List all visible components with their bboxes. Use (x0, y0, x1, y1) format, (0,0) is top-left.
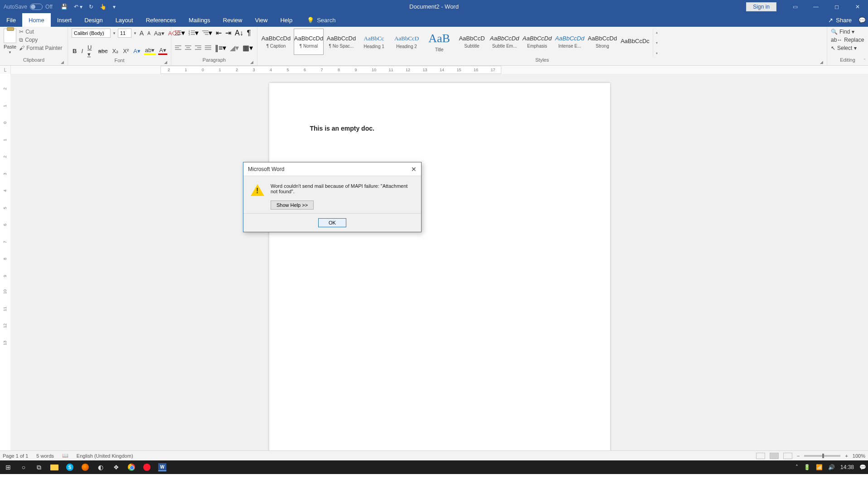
close-icon[interactable]: ✕ (847, 0, 868, 13)
autosave-toggle[interactable]: AutoSave Off (4, 4, 53, 10)
dialog-launcher-icon[interactable]: ◢ (250, 60, 253, 64)
italic-button[interactable]: I (80, 48, 84, 54)
ok-button[interactable]: OK (318, 218, 346, 227)
text-effects-icon[interactable]: A▾ (132, 48, 141, 54)
style-tile[interactable]: AaBbCcDdStrong (587, 29, 617, 55)
superscript-button[interactable]: X² (122, 48, 130, 54)
word-count[interactable]: 5 words (36, 453, 54, 459)
borders-icon[interactable]: ▦▾ (242, 44, 253, 52)
find-button[interactable]: 🔍Find ▾ (831, 29, 854, 35)
show-help-button[interactable]: Show Help >> (271, 200, 314, 210)
minimize-icon[interactable]: — (805, 0, 826, 13)
ribbon-display-icon[interactable]: ▭ (785, 0, 805, 13)
chrome-icon[interactable] (125, 460, 138, 474)
sort-icon[interactable]: A↓ (235, 29, 243, 37)
maximize-icon[interactable]: ◻ (826, 0, 847, 13)
tab-references[interactable]: References (140, 13, 182, 27)
sign-in-button[interactable]: Sign in (746, 2, 776, 11)
multilevel-list-icon[interactable]: ▾ (202, 29, 212, 37)
tab-layout[interactable]: Layout (109, 13, 140, 27)
undo-icon[interactable]: ↶ ▾ (74, 4, 82, 10)
tab-file[interactable]: File (0, 13, 22, 27)
copy-button[interactable]: ⧉Copy (19, 37, 62, 43)
search-input[interactable] (317, 17, 371, 24)
strikethrough-button[interactable]: abc (97, 48, 109, 54)
share-button[interactable]: ↗ Share (828, 13, 852, 27)
battery-icon[interactable]: 🔋 (804, 464, 810, 470)
page[interactable]: This is an empty doc. (269, 83, 610, 450)
font-size-combo[interactable]: 11 (118, 29, 131, 38)
word-taskbar-icon[interactable]: W (156, 460, 169, 474)
style-tile[interactable]: AaBbCcDd¶ Caption (261, 29, 291, 55)
subscript-button[interactable]: X₂ (112, 48, 120, 54)
task-view-icon[interactable]: ⧉ (33, 460, 45, 474)
show-marks-icon[interactable]: ¶ (247, 29, 251, 37)
shrink-font-icon[interactable]: A (146, 31, 151, 36)
style-tile[interactable]: AaBbCcDSubtitle (457, 29, 487, 55)
start-icon[interactable]: ⊞ (2, 460, 15, 474)
justify-icon[interactable] (205, 44, 211, 52)
cut-button[interactable]: ✂Cut (19, 29, 62, 35)
zoom-out-icon[interactable]: − (797, 453, 800, 459)
underline-button[interactable]: U ▾ (87, 44, 95, 58)
align-center-icon[interactable] (185, 44, 191, 52)
change-case-icon[interactable]: Aa▾ (153, 30, 165, 37)
highlight-icon[interactable]: ab▾ (144, 47, 155, 55)
save-icon[interactable]: 💾 (61, 4, 68, 10)
style-tile[interactable]: AaBbCcHeading 1 (359, 29, 389, 55)
replace-button[interactable]: ab↔Replace (831, 37, 864, 43)
skype-icon[interactable]: S (63, 460, 76, 474)
align-right-icon[interactable] (195, 44, 201, 52)
tab-insert[interactable]: Insert (51, 13, 78, 27)
align-left-icon[interactable] (175, 44, 181, 52)
dialog-titlebar[interactable]: Microsoft Word ✕ (243, 162, 421, 176)
tab-help[interactable]: Help (274, 13, 299, 27)
vertical-ruler[interactable]: 21012345678910111213 (0, 74, 11, 450)
wifi-icon[interactable]: 📶 (816, 464, 823, 470)
comments-icon[interactable]: 💬 (856, 13, 868, 27)
qat-dropdown-icon[interactable]: ▾ (113, 4, 116, 10)
line-spacing-icon[interactable]: ‖≡▾ (215, 44, 226, 52)
print-layout-icon[interactable] (770, 453, 779, 459)
app-icon-2[interactable]: ❖ (110, 460, 122, 474)
style-tile[interactable]: AaBbCcDc (620, 29, 650, 55)
format-painter-button[interactable]: 🖌Format Painter (19, 45, 62, 51)
style-tile[interactable]: AaBbCcDdIntense E... (555, 29, 585, 55)
spell-check-icon[interactable]: 📖 (62, 453, 68, 459)
document-area[interactable]: This is an empty doc. (11, 74, 868, 450)
paste-button[interactable]: Paste ▼ (4, 29, 16, 54)
dialog-launcher-icon[interactable]: ◢ (164, 60, 167, 64)
bold-button[interactable]: B (72, 48, 78, 54)
styles-scroll[interactable]: ▴▾▾ (653, 29, 660, 57)
grow-font-icon[interactable]: A (139, 29, 145, 37)
touch-mode-icon[interactable]: 👆 (100, 4, 107, 10)
read-mode-icon[interactable] (756, 453, 765, 459)
style-tile[interactable]: AaBbCcDd¶ Normal (294, 29, 324, 55)
document-text[interactable]: This is an empty doc. (310, 125, 569, 132)
opera-icon[interactable] (141, 460, 153, 474)
style-tile[interactable]: AaBbCcDHeading 2 (392, 29, 422, 55)
redo-icon[interactable]: ↻ (89, 4, 93, 10)
tab-view[interactable]: View (248, 13, 274, 27)
language-status[interactable]: English (United Kingdom) (77, 453, 133, 459)
zoom-slider[interactable] (804, 455, 840, 457)
shading-icon[interactable]: ◢▾ (230, 44, 239, 52)
dialog-launcher-icon[interactable]: ◢ (61, 60, 64, 64)
font-name-combo[interactable]: Calibri (Body) (72, 29, 111, 38)
style-tile[interactable]: AaBTitle (424, 29, 454, 55)
firefox-icon[interactable] (79, 460, 92, 474)
horizontal-ruler[interactable]: 210123456789101112131415161718 (160, 66, 501, 74)
style-tile[interactable]: AaBbCcDdSubtle Em... (490, 29, 519, 55)
tell-me-search[interactable]: 💡 (307, 13, 371, 27)
file-explorer-icon[interactable] (48, 460, 61, 474)
tab-home[interactable]: Home (22, 13, 51, 27)
page-number[interactable]: Page 1 of 1 (3, 453, 28, 459)
action-center-icon[interactable]: 💬 (859, 464, 866, 470)
clock[interactable]: 14:38 (840, 464, 854, 470)
tab-mailings[interactable]: Mailings (182, 13, 217, 27)
style-tile[interactable]: AaBbCcDdEmphasis (522, 29, 552, 55)
app-icon[interactable]: ◐ (94, 460, 107, 474)
tab-review[interactable]: Review (217, 13, 249, 27)
collapse-ribbon-icon[interactable]: ˇ (864, 59, 865, 64)
select-button[interactable]: ↖Select ▾ (831, 45, 857, 51)
